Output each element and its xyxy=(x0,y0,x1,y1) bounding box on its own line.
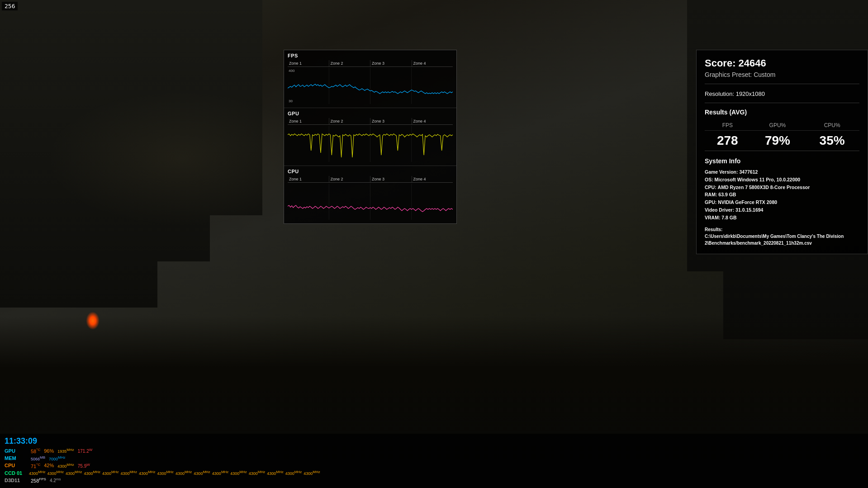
mem-hud-label: MEM xyxy=(5,455,27,461)
results-path: Results: C:\Users\dirkb\Documents\My Gam… xyxy=(705,226,859,246)
fps-chart-zones: Zone 1 Zone 2 Zone 3 Zone 4 xyxy=(288,60,453,67)
d3d11-hud-row: D3D11 258FPS 4.2ms xyxy=(5,477,863,483)
gpu-mhz: 1935MHz xyxy=(57,448,74,454)
ccd01-core-7: 4300MHz xyxy=(139,470,155,476)
gpu-zone-4: Zone 4 xyxy=(412,118,453,124)
fps-y-min: 30 xyxy=(289,99,293,103)
ccd01-core-14: 4300MHz xyxy=(267,470,283,476)
cpu-avg-value: 35% xyxy=(805,131,859,151)
fps-chart-label: FPS xyxy=(288,53,453,58)
ccd01-core-6: 4300MHz xyxy=(120,470,137,476)
cpu-zone-4: Zone 4 xyxy=(412,176,453,182)
fire-effect xyxy=(86,312,100,330)
gpu-chart-section: GPU Zone 1 Zone 2 Zone 3 Zone 4 xyxy=(284,108,456,166)
game-version-label: Game Version: xyxy=(705,169,738,175)
ccd01-core-4: 4300MHz xyxy=(84,470,100,476)
fps-col-header: FPS xyxy=(705,120,750,131)
mem-mb: 5066MB xyxy=(31,455,45,461)
gpu-sys-value: NVIDIA GeForce RTX 2080 xyxy=(718,199,777,205)
ccd01-core-9: 4300MHz xyxy=(175,470,192,476)
cpu-mhz: 4300MHz xyxy=(57,463,74,469)
bottom-hud: 11:33:09 GPU 58°C 96% 1935MHz 171.2W MEM… xyxy=(0,434,868,488)
fps-zone-4: Zone 4 xyxy=(412,60,453,66)
mem-total: 7000MHz xyxy=(49,455,65,461)
gpu-sys-label: GPU: xyxy=(705,199,716,205)
cpu-zone-1: Zone 1 xyxy=(288,176,329,182)
cpu-chart-label: CPU xyxy=(288,169,453,174)
d3d11-fps: 258FPS xyxy=(31,477,46,483)
gpu-hud-label: GPU xyxy=(5,448,27,454)
results-label: Results: xyxy=(705,227,722,232)
gpu-chart-area xyxy=(288,126,453,162)
cpu-chart-svg xyxy=(288,184,453,220)
fps-avg-value: 278 xyxy=(705,131,750,151)
preset-value: Graphics Preset: Custom xyxy=(705,71,775,78)
frame-counter: 256 xyxy=(2,2,18,10)
vram-label: VRAM: xyxy=(705,215,720,220)
gpu-zone-3: Zone 3 xyxy=(370,118,412,124)
fps-zone-3: Zone 3 xyxy=(370,60,412,66)
os-value: Microsoft Windows 11 Pro, 10.0.22000 xyxy=(715,177,801,182)
ccd01-hud-row: CCD 01 4300MHz 4300MHz 4300MHz 4300MHz 4… xyxy=(5,470,863,476)
ccd01-core-16: 4300MHz xyxy=(304,470,320,476)
fps-chart-section: FPS Zone 1 Zone 2 Zone 3 Zone 4 400 30 xyxy=(284,50,456,108)
cpu-zone-3: Zone 3 xyxy=(370,176,412,182)
gpu-hud-row: GPU 58°C 96% 1935MHz 171.2W xyxy=(5,448,863,454)
cpu-chart-area xyxy=(288,184,453,220)
gpu-chart-label: GPU xyxy=(288,111,453,116)
ccd01-core-5: 4300MHz xyxy=(102,470,119,476)
fps-chart-svg xyxy=(288,68,453,104)
gpu-watts: 171.2W xyxy=(78,448,93,454)
fps-zone-2: Zone 2 xyxy=(329,60,371,66)
cpu-col-header: CPU% xyxy=(805,120,859,131)
game-version-value: 3477612 xyxy=(739,169,758,175)
fps-zone-1: Zone 1 xyxy=(288,60,329,66)
mem-hud-row: MEM 5066MB 7000MHz xyxy=(5,455,863,461)
fps-chart-area: 400 30 xyxy=(288,68,453,104)
ccd01-core-11: 4300MHz xyxy=(212,470,228,476)
gpu-percent: 96% xyxy=(44,448,54,454)
gpu-zone-1: Zone 1 xyxy=(288,118,329,124)
ccd01-core-8: 4300MHz xyxy=(157,470,173,476)
ccd01-core-10: 4300MHz xyxy=(194,470,210,476)
gpu-chart-svg xyxy=(288,126,453,162)
ccd01-core-2: 4300MHz xyxy=(47,470,63,476)
system-info-title: System Info xyxy=(705,157,859,165)
system-info-details: Game Version: 3477612 OS: Microsoft Wind… xyxy=(705,168,859,222)
benchmark-panel: FPS Zone 1 Zone 2 Zone 3 Zone 4 400 30 G… xyxy=(284,50,457,224)
gpu-col-header: GPU% xyxy=(750,120,805,131)
cpu-zone-2: Zone 2 xyxy=(329,176,371,182)
results-avg-title: Results (AVG) xyxy=(705,109,859,116)
cpu-watts: 75.9W xyxy=(78,463,90,469)
results-avg-table: FPS GPU% CPU% 278 79% 35% xyxy=(705,120,859,151)
cpu-chart-zones: Zone 1 Zone 2 Zone 3 Zone 4 xyxy=(288,176,453,183)
ccd01-core-3: 4300MHz xyxy=(66,470,82,476)
gpu-chart-zones: Zone 1 Zone 2 Zone 3 Zone 4 xyxy=(288,118,453,125)
gpu-zone-2: Zone 2 xyxy=(329,118,371,124)
ccd01-core-1: 4300MHz xyxy=(29,470,45,476)
results-panel: Score: 24646 Graphics Preset: Custom Res… xyxy=(696,50,868,254)
graphics-preset: Graphics Preset: Custom xyxy=(705,71,859,84)
d3d11-label: D3D11 xyxy=(5,478,27,483)
cpu-hud-row: CPU 71°C 42% 4300MHz 75.9W xyxy=(5,463,863,469)
score-display: Score: 24646 xyxy=(705,57,859,69)
ccd01-core-13: 4300MHz xyxy=(249,470,265,476)
resolution-display: Resolution: 1920x1080 xyxy=(705,90,859,103)
fog-effect xyxy=(45,90,317,226)
hud-time: 11:33:09 xyxy=(5,436,863,446)
gpu-temp: 58°C xyxy=(31,448,40,454)
cpu-sys-label: CPU: xyxy=(705,185,716,190)
ccd01-core-12: 4300MHz xyxy=(230,470,247,476)
ccd01-core-15: 4300MHz xyxy=(285,470,302,476)
cpu-hud-label: CPU xyxy=(5,463,27,468)
os-label: OS: xyxy=(705,177,713,182)
gpu-avg-value: 79% xyxy=(750,131,805,151)
cpu-chart-section: CPU Zone 1 Zone 2 Zone 3 Zone 4 xyxy=(284,166,456,223)
cpu-temp: 71°C xyxy=(31,463,40,469)
fps-y-max: 400 xyxy=(289,69,294,73)
cpu-sys-value: AMD Ryzen 7 5800X3D 8-Core Processor xyxy=(718,185,810,190)
ram-label: RAM: xyxy=(705,192,717,197)
d3d11-ms: 4.2ms xyxy=(50,477,61,483)
ccd01-label: CCD 01 xyxy=(5,470,27,476)
score-value: Score: 24646 xyxy=(705,57,766,69)
